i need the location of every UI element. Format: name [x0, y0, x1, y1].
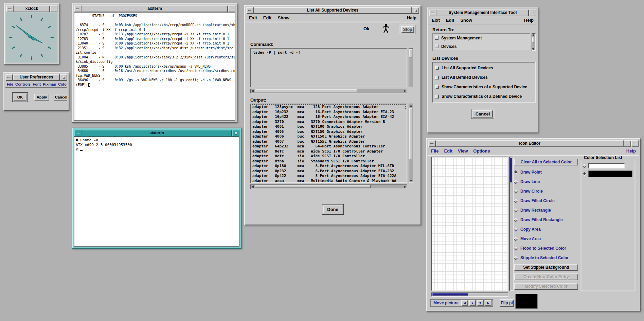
create-new-color-entry-button[interactable]: Create New Color Entry — [514, 273, 578, 280]
list-item[interactable]: System Management — [433, 34, 530, 42]
scroll-down-button[interactable] — [532, 48, 534, 50]
stop-button[interactable]: Stop — [401, 26, 414, 33]
canvas-horizontal-scrollbar[interactable] — [431, 292, 508, 297]
tool-copy-area[interactable]: Copy Area — [514, 226, 541, 233]
title-bar[interactable]: List All Supported Devices — [246, 7, 419, 14]
menu-edit[interactable]: Edit — [446, 18, 454, 23]
menu-help[interactable]: Help — [524, 18, 534, 23]
menu-edit[interactable]: Edit — [444, 148, 452, 154]
scroll-up-button[interactable] — [410, 105, 412, 107]
list-item[interactable]: Devices — [433, 42, 530, 51]
device-row[interactable]: adapter 16p232 mca 16-Port Asynchronous … — [252, 110, 405, 115]
move-left-button[interactable]: ◀ — [461, 300, 468, 306]
menu-file[interactable]: File — [431, 148, 439, 154]
scrollbar-thumb[interactable] — [255, 185, 371, 188]
device-row[interactable]: adapter 4006 buc GXT150L Graphics Adapte… — [252, 134, 405, 139]
apply-button[interactable]: Apply — [34, 94, 49, 101]
list-item[interactable]: List All Defined Devices — [433, 73, 535, 82]
menu-file[interactable]: File — [7, 82, 13, 86]
window-menu-button[interactable] — [5, 74, 13, 81]
scroll-left-button[interactable] — [251, 185, 254, 188]
flip-picture-button[interactable]: Flip pi — [500, 299, 514, 307]
tool-draw-circle[interactable]: Draw Circle — [514, 188, 543, 195]
minimize-button[interactable] — [624, 140, 631, 147]
output-vertical-scrollbar[interactable] — [409, 104, 413, 183]
set-stipple-background-button[interactable]: Set Stipple Background — [514, 264, 578, 271]
move-up-button[interactable]: ▲ — [469, 300, 476, 306]
scrollbar-thumb[interactable] — [409, 49, 412, 57]
cancel-button[interactable]: Cancel — [54, 94, 67, 101]
menu-view[interactable]: View — [458, 148, 468, 154]
scrollbar-thumb[interactable] — [409, 108, 412, 159]
title-bar[interactable]: User Preferences — [5, 74, 67, 81]
menu-exit[interactable]: Exit — [249, 15, 257, 20]
device-row[interactable]: adapter 8p232 mca 8-Port Asynchronous Ad… — [252, 169, 405, 174]
scroll-right-button[interactable] — [404, 90, 406, 92]
ok-button[interactable]: OK — [14, 94, 26, 101]
title-bar[interactable]: aixterm — [74, 130, 239, 137]
maximize-button[interactable] — [529, 10, 536, 16]
window-menu-button[interactable] — [429, 10, 436, 16]
window-menu-button[interactable] — [6, 5, 14, 12]
menu-pixmap[interactable]: Pixmap — [43, 82, 56, 86]
output-horizontal-scrollbar[interactable] — [250, 184, 407, 189]
device-row[interactable]: adapter 4001 buc GXT100 Graphics Adapter — [252, 124, 405, 129]
color-swatch-row-black[interactable] — [583, 171, 632, 177]
scroll-right-button[interactable] — [404, 185, 406, 188]
window-menu-button[interactable] — [246, 7, 254, 14]
menu-font[interactable]: Font — [33, 82, 41, 86]
cancel-button[interactable]: Cancel — [472, 110, 493, 118]
color-swatch-row-white[interactable] — [583, 163, 625, 168]
tool-flood-fill[interactable]: Flood to Selected Color — [514, 245, 566, 252]
canvas-vertical-scrollbar[interactable] — [509, 157, 514, 291]
menu-controls[interactable]: Controls — [15, 82, 31, 86]
device-row[interactable]: adapter 64p232 mca 64-Port Asynchronous … — [252, 144, 405, 149]
move-down-button[interactable]: ▼ — [477, 300, 484, 306]
maximize-button[interactable] — [232, 130, 239, 137]
device-row[interactable]: adapter 4005 buc GXT150 Graphics Adapter — [252, 129, 405, 135]
menu-exit[interactable]: Exit — [432, 18, 440, 23]
device-row[interactable]: adapter 8p422 mca 8-Port Asynchronous Ad… — [252, 174, 405, 179]
menu-edit[interactable]: Edit — [263, 15, 272, 20]
title-bar[interactable]: System Management Interface Tool — [429, 10, 536, 16]
window-menu-button[interactable] — [74, 130, 82, 137]
scrollbar-thumb[interactable] — [432, 293, 468, 296]
command-box[interactable]: lsdev -P | sort -d -f — [250, 48, 407, 87]
command-vertical-scrollbar[interactable] — [409, 48, 413, 87]
move-right-button[interactable]: ▶ — [485, 300, 491, 306]
tool-draw-filled-rectangle[interactable]: Draw Filled Rectangle — [514, 216, 563, 223]
device-row[interactable]: adapter 4007 buc GXT155L Graphics Adapte… — [252, 139, 405, 144]
maximize-button[interactable] — [228, 5, 235, 12]
device-row[interactable]: adapter 8efc mca Wide SCSI I/O Controlle… — [252, 149, 405, 154]
clear-all-button[interactable]: Clear All to Selected Color — [514, 159, 578, 165]
title-bar[interactable]: aixterm — [74, 5, 235, 12]
list-item[interactable]: Show Characteristics of a Defined Device — [433, 92, 535, 101]
tool-draw-line[interactable]: Draw Line — [514, 178, 540, 185]
device-row[interactable]: adapter 3270 mca 3270 Connection Adapter… — [252, 120, 405, 125]
tool-move-area[interactable]: Move Area — [514, 235, 541, 242]
scroll-down-button[interactable] — [410, 180, 412, 182]
menu-show[interactable]: Show — [460, 18, 472, 23]
device-row[interactable]: adapter 128psync mca 128-Port Asynchrono… — [252, 105, 405, 110]
terminal-output[interactable]: STATUS of PROCESSES --------------------… — [74, 12, 235, 121]
scroll-left-button[interactable] — [251, 90, 254, 92]
maximize-button[interactable] — [631, 140, 639, 147]
menu-options[interactable]: Options — [473, 148, 490, 154]
scroll-up-button[interactable] — [532, 34, 534, 36]
window-menu-button[interactable] — [74, 5, 82, 12]
list-item[interactable]: Show Characteristics of a Supported Devi… — [433, 82, 535, 92]
done-button[interactable]: Done — [323, 206, 342, 213]
output-list[interactable]: adapter 128psync mca 128-Port Asynchrono… — [250, 104, 407, 183]
maximize-button[interactable] — [50, 5, 57, 12]
window-menu-button[interactable] — [428, 140, 436, 147]
drawing-canvas[interactable] — [431, 157, 508, 291]
tool-draw-point[interactable]: Draw Point — [514, 169, 542, 176]
menu-help[interactable]: Help — [626, 148, 636, 154]
device-row[interactable]: adapter acpa mca Multimedia Audio Captur… — [252, 179, 405, 183]
modify-selected-color-button[interactable]: Modify Selected Color — [514, 283, 578, 290]
menu-color[interactable]: Colo — [58, 82, 66, 86]
scrollbar-thumb[interactable] — [532, 37, 534, 43]
tool-draw-rectangle[interactable]: Draw Rectangle — [514, 207, 551, 214]
device-row[interactable]: adapter 8fba sio Standard SCSI I/O Contr… — [252, 159, 405, 164]
terminal-output[interactable]: # uname -a AIX xd99 2 3 000034953500 # — [74, 137, 239, 247]
